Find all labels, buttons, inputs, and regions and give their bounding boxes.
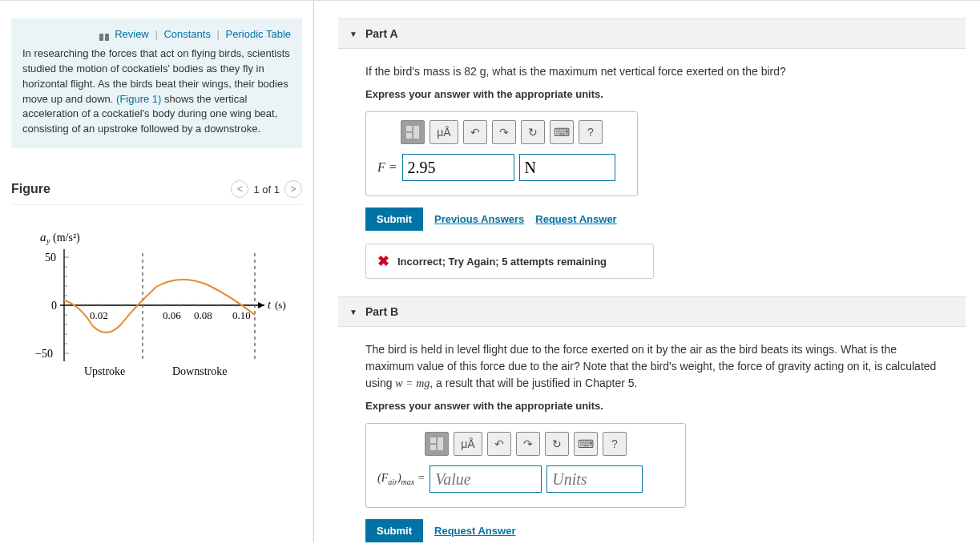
figure-pager: < 1 of 1 >	[231, 180, 302, 198]
svg-text:(m/s²): (m/s²)	[53, 232, 80, 244]
svg-marker-18	[258, 302, 264, 308]
redo-button[interactable]: ↷	[516, 432, 540, 456]
templates-button[interactable]	[425, 432, 449, 456]
incorrect-icon: ✖	[377, 252, 389, 270]
svg-text:0.08: 0.08	[194, 309, 212, 321]
part-a-submit-button[interactable]: Submit	[365, 207, 423, 231]
part-a-answer-pod: μÅ ↶ ↷ ↻ ⌨ ? F =	[365, 111, 638, 196]
svg-rect-39	[413, 126, 419, 139]
svg-text:0.10: 0.10	[232, 309, 251, 321]
part-b-answer-pod: μÅ ↶ ↷ ↻ ⌨ ? (Fair)max =	[365, 423, 686, 508]
keyboard-button[interactable]: ⌨	[574, 432, 598, 456]
templates-icon	[430, 437, 444, 451]
periodic-table-link[interactable]: Periodic Table	[226, 28, 291, 40]
part-a-feedback-text: Incorrect; Try Again; 5 attempts remaini…	[397, 256, 607, 268]
templates-button[interactable]	[401, 120, 425, 144]
part-b-submit-button[interactable]: Submit	[365, 519, 423, 542]
part-a-header[interactable]: ▼ Part A	[338, 18, 966, 49]
acceleration-chart: a y (m/s²) 50 0 −50	[16, 229, 288, 389]
part-a-value-input[interactable]	[402, 154, 514, 181]
figure-next-button[interactable]: >	[284, 180, 302, 198]
svg-text:Downstroke: Downstroke	[172, 365, 227, 377]
book-icon	[98, 31, 109, 39]
problem-info-box: Review | Constants | Periodic Table In r…	[11, 18, 302, 148]
collapse-triangle-icon: ▼	[349, 308, 357, 316]
svg-text:y: y	[46, 236, 50, 245]
part-b-value-input[interactable]	[430, 465, 542, 493]
review-link[interactable]: Review	[115, 28, 149, 40]
svg-text:0.02: 0.02	[90, 309, 108, 321]
figure-panel: a y (m/s²) 50 0 −50	[0, 205, 313, 416]
svg-rect-40	[406, 133, 412, 139]
reset-button[interactable]: ↻	[545, 432, 569, 456]
redo-button[interactable]: ↷	[492, 120, 516, 144]
collapse-triangle-icon: ▼	[349, 30, 357, 38]
undo-button[interactable]: ↶	[463, 120, 487, 144]
part-b-title: Part B	[365, 305, 398, 318]
svg-text:a: a	[40, 231, 46, 244]
svg-rect-42	[438, 437, 443, 450]
svg-text:0.06: 0.06	[163, 309, 181, 321]
svg-rect-43	[430, 445, 436, 450]
reset-button[interactable]: ↻	[521, 120, 545, 144]
part-b-instruction: Express your answer with the appropriate…	[365, 400, 947, 412]
figure-prev-button[interactable]: <	[231, 180, 248, 198]
undo-button[interactable]: ↶	[487, 432, 511, 456]
help-button[interactable]: ?	[603, 432, 627, 456]
input-toolbar: μÅ ↶ ↷ ↻ ⌨ ?	[377, 120, 626, 144]
svg-rect-38	[406, 126, 412, 131]
help-button[interactable]: ?	[579, 120, 603, 144]
part-a-title: Part A	[365, 27, 398, 40]
part-a-question: If the bird's mass is 82 g, what is the …	[365, 63, 947, 80]
part-a-request-answer-link[interactable]: Request Answer	[535, 213, 616, 225]
figure-title: Figure	[11, 182, 50, 196]
input-toolbar: μÅ ↶ ↷ ↻ ⌨ ?	[377, 432, 674, 456]
svg-text:(s): (s)	[275, 299, 286, 311]
top-nav: Review | Constants | Periodic Table	[22, 28, 291, 40]
svg-text:0: 0	[51, 300, 57, 312]
part-b-header[interactable]: ▼ Part B	[338, 296, 966, 327]
constants-link[interactable]: Constants	[163, 28, 211, 40]
part-b-question: The bird is held in level flight due to …	[365, 341, 947, 392]
part-a-previous-answers-link[interactable]: Previous Answers	[434, 213, 524, 225]
part-a-instruction: Express your answer with the appropriate…	[365, 88, 947, 100]
symbols-button[interactable]: μÅ	[430, 120, 458, 144]
part-a-var-label: F =	[377, 160, 397, 175]
figure-reference-link[interactable]: (Figure 1)	[116, 93, 161, 105]
symbols-button[interactable]: μÅ	[454, 432, 482, 456]
templates-icon	[405, 125, 420, 139]
part-b-units-input[interactable]	[546, 465, 643, 493]
part-a-units-input[interactable]	[519, 154, 615, 181]
figure-page-indicator: 1 of 1	[253, 183, 280, 195]
part-b-var-label: (Fair)max =	[377, 472, 425, 486]
svg-rect-41	[430, 437, 436, 443]
part-b-request-answer-link[interactable]: Request Answer	[434, 525, 515, 537]
svg-text:−50: −50	[35, 348, 53, 360]
problem-statement: In researching the forces that act on fl…	[22, 46, 291, 137]
svg-text:50: 50	[45, 252, 56, 264]
svg-text:t: t	[268, 299, 272, 311]
part-a-feedback: ✖ Incorrect; Try Again; 5 attempts remai…	[365, 244, 654, 279]
keyboard-button[interactable]: ⌨	[550, 120, 574, 144]
svg-text:Upstroke: Upstroke	[84, 365, 125, 377]
